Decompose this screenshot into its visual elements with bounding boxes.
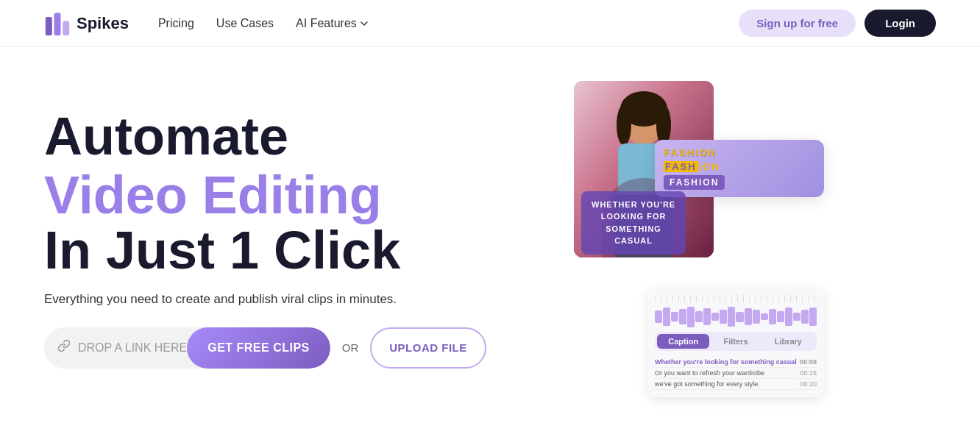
wf-bar bbox=[809, 308, 817, 326]
fashion-overlay: FASHION FASHION FASHION bbox=[655, 140, 824, 197]
wf-bar bbox=[785, 308, 792, 326]
wf-bar bbox=[711, 313, 719, 321]
wf-bar bbox=[761, 313, 768, 321]
transcript-time-3: 00:20 bbox=[800, 380, 817, 388]
transcript-time-2: 00:15 bbox=[800, 369, 817, 377]
get-clips-button[interactable]: GET FREE CLIPS bbox=[187, 327, 330, 369]
nav-link-ai-features[interactable]: AI Features bbox=[296, 17, 369, 30]
fashion-text-1: FASHION bbox=[664, 147, 717, 158]
fashion-label-row-3: FASHION bbox=[664, 175, 815, 190]
tab-caption[interactable]: Caption bbox=[657, 334, 709, 349]
wf-bar bbox=[745, 308, 752, 326]
waveform-card: Caption Filters Library Whether you're l… bbox=[647, 288, 824, 397]
wf-bar bbox=[663, 308, 670, 326]
wf-bar bbox=[736, 312, 743, 322]
transcript-line-1: Whether you're looking for something cas… bbox=[655, 357, 817, 368]
navbar: Spikes Pricing Use Cases AI Features Sig… bbox=[0, 0, 980, 47]
fashion-highlight-f: FASH bbox=[664, 161, 698, 172]
fashion-label-row-1: FASHION bbox=[664, 147, 815, 158]
logo[interactable]: Spikes bbox=[44, 10, 129, 37]
logo-text: Spikes bbox=[77, 14, 129, 33]
link-placeholder: DROP A LINK HERE bbox=[78, 341, 187, 355]
headline-line3: In Just 1 Click bbox=[44, 223, 544, 279]
wf-bar bbox=[695, 311, 703, 322]
wf-bar bbox=[687, 307, 695, 327]
transcript-text-2: Or you want to refresh your wardrobe bbox=[655, 369, 764, 377]
nav-link-use-cases[interactable]: Use Cases bbox=[216, 17, 274, 30]
headline-line2: Video Editing bbox=[44, 168, 544, 224]
wf-bar bbox=[655, 310, 662, 323]
transcript-line-3: we've got something for every style. 00:… bbox=[655, 379, 817, 390]
nav-links: Pricing Use Cases AI Features bbox=[158, 17, 739, 30]
fashion-text-2: FASHION bbox=[664, 161, 720, 172]
headline-line1: Automate bbox=[44, 109, 544, 165]
fashion-text-3: FASHION bbox=[664, 175, 725, 190]
link-icon bbox=[57, 339, 71, 356]
wf-bar bbox=[777, 311, 784, 322]
waveform-tabs: Caption Filters Library bbox=[655, 332, 817, 351]
wf-bar bbox=[679, 309, 686, 324]
fashion-label-row-2: FASHION bbox=[664, 161, 815, 172]
nav-actions: Sign up for free Login bbox=[739, 10, 936, 37]
chevron-down-icon bbox=[360, 19, 369, 28]
svg-rect-1 bbox=[54, 13, 61, 35]
caption-card: FASHION FASHION FASHION bbox=[655, 140, 824, 197]
hero-subtext: Everything you need to create and publis… bbox=[44, 292, 544, 307]
tab-library[interactable]: Library bbox=[762, 334, 814, 349]
wf-bar bbox=[801, 310, 809, 324]
cta-row: DROP A LINK HERE GET FREE CLIPS OR UPLOA… bbox=[44, 327, 544, 369]
transcript-text-3: we've got something for every style. bbox=[655, 380, 760, 388]
wf-bar bbox=[671, 312, 678, 321]
timeline-ruler bbox=[655, 295, 817, 302]
wf-bar bbox=[703, 308, 711, 324]
transcript-text-1: Whether you're looking for something cas… bbox=[655, 358, 797, 366]
nav-link-pricing[interactable]: Pricing bbox=[158, 17, 194, 30]
tab-filters[interactable]: Filters bbox=[709, 334, 761, 349]
wf-bar bbox=[793, 313, 800, 321]
transcript-line-2: Or you want to refresh your wardrobe 00:… bbox=[655, 368, 817, 379]
overlay-text: WHETHER YOU'RELOOKING FORSOMETHINGCASUAL bbox=[581, 191, 686, 255]
svg-point-6 bbox=[617, 104, 631, 146]
transcript-lines: Whether you're looking for something cas… bbox=[655, 357, 817, 390]
wf-bar bbox=[720, 310, 727, 324]
login-button[interactable]: Login bbox=[864, 10, 936, 37]
wf-bar bbox=[753, 310, 760, 323]
link-input-wrap[interactable]: DROP A LINK HERE GET FREE CLIPS bbox=[44, 327, 330, 369]
wf-bar bbox=[769, 309, 776, 325]
preview-section: FASHION FASHION FASHION WHETHER YOU'RELO… bbox=[574, 81, 824, 397]
svg-rect-0 bbox=[46, 17, 52, 35]
logo-icon bbox=[44, 10, 71, 37]
transcript-time-1: 00:09 bbox=[800, 358, 817, 366]
signup-button[interactable]: Sign up for free bbox=[739, 10, 856, 37]
waveform-bars bbox=[655, 307, 817, 327]
svg-rect-2 bbox=[63, 21, 69, 35]
wf-bar bbox=[728, 307, 735, 327]
upload-file-button[interactable]: UPLOAD FILE bbox=[370, 327, 486, 369]
main-content: Automate Video Editing In Just 1 Click E… bbox=[0, 47, 980, 423]
or-text: OR bbox=[342, 341, 359, 354]
hero-section: Automate Video Editing In Just 1 Click E… bbox=[44, 109, 544, 369]
